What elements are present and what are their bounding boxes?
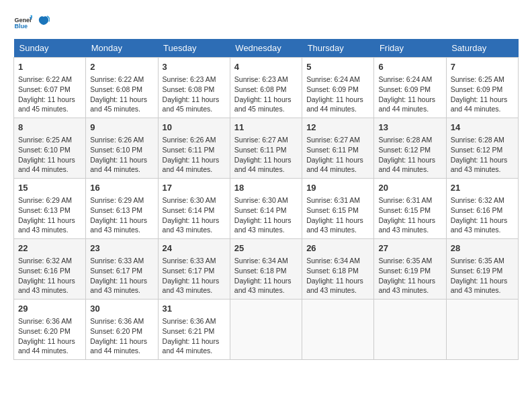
sunrise-text: Sunrise: 6:25 AM	[451, 75, 504, 83]
sunrise-text: Sunrise: 6:36 AM	[90, 317, 144, 325]
day-number: 21	[451, 182, 514, 194]
day-number: 17	[163, 182, 226, 194]
daylight-text: Daylight: 11 hours and 45 minutes.	[18, 95, 75, 113]
sunrise-text: Sunrise: 6:24 AM	[378, 75, 432, 83]
sunset-text: Sunset: 6:11 PM	[306, 146, 359, 154]
page-header: General Blue	[13, 13, 519, 32]
daylight-text: Daylight: 11 hours and 43 minutes.	[234, 216, 292, 234]
calendar-cell: 13Sunrise: 6:28 AMSunset: 6:12 PMDayligh…	[374, 118, 446, 179]
day-number: 10	[163, 122, 226, 134]
day-number: 20	[378, 182, 441, 194]
day-number: 24	[163, 242, 226, 255]
sunrise-text: Sunrise: 6:30 AM	[234, 196, 288, 204]
daylight-text: Daylight: 11 hours and 43 minutes.	[18, 216, 75, 234]
daylight-text: Daylight: 11 hours and 44 minutes.	[378, 95, 435, 113]
sunrise-text: Sunrise: 6:23 AM	[163, 75, 216, 83]
sunset-text: Sunset: 6:20 PM	[18, 327, 71, 335]
sunset-text: Sunset: 6:09 PM	[451, 85, 503, 93]
header-sunday: Sunday	[14, 39, 86, 58]
calendar-cell: 6Sunrise: 6:24 AMSunset: 6:09 PMDaylight…	[374, 58, 446, 118]
day-number: 3	[163, 61, 226, 73]
sunrise-text: Sunrise: 6:27 AM	[306, 136, 360, 144]
sunrise-text: Sunrise: 6:24 AM	[306, 75, 360, 83]
calendar-cell: 15Sunrise: 6:29 AMSunset: 6:13 PMDayligh…	[14, 179, 86, 239]
daylight-text: Daylight: 11 hours and 43 minutes.	[378, 277, 435, 295]
calendar-cell: 5Sunrise: 6:24 AMSunset: 6:09 PMDaylight…	[302, 58, 374, 118]
sunrise-text: Sunrise: 6:32 AM	[451, 196, 504, 204]
sunset-text: Sunset: 6:18 PM	[234, 267, 287, 275]
calendar-week-5: 29Sunrise: 6:36 AMSunset: 6:20 PMDayligh…	[14, 300, 519, 360]
day-number: 28	[451, 242, 514, 255]
daylight-text: Daylight: 11 hours and 44 minutes.	[163, 156, 220, 174]
sunset-text: Sunset: 6:14 PM	[234, 206, 287, 214]
day-number: 14	[451, 122, 514, 134]
calendar-cell: 28Sunrise: 6:35 AMSunset: 6:19 PMDayligh…	[446, 239, 518, 300]
day-number: 4	[234, 61, 298, 73]
calendar-cell: 18Sunrise: 6:30 AMSunset: 6:14 PMDayligh…	[230, 179, 302, 239]
day-number: 18	[234, 182, 298, 194]
calendar-cell: 19Sunrise: 6:31 AMSunset: 6:15 PMDayligh…	[302, 179, 374, 239]
sunrise-text: Sunrise: 6:28 AM	[451, 136, 504, 144]
daylight-text: Daylight: 11 hours and 44 minutes.	[451, 95, 508, 113]
calendar-cell: 31Sunrise: 6:36 AMSunset: 6:21 PMDayligh…	[158, 300, 230, 360]
calendar-week-2: 8Sunrise: 6:25 AMSunset: 6:10 PMDaylight…	[14, 118, 519, 179]
sunset-text: Sunset: 6:18 PM	[306, 267, 359, 275]
calendar-cell: 12Sunrise: 6:27 AMSunset: 6:11 PMDayligh…	[302, 118, 374, 179]
sunrise-text: Sunrise: 6:32 AM	[18, 257, 72, 265]
svg-text:Blue: Blue	[14, 23, 28, 30]
sunset-text: Sunset: 6:10 PM	[18, 146, 71, 154]
header-friday: Friday	[374, 39, 446, 58]
sunset-text: Sunset: 6:13 PM	[90, 206, 142, 214]
calendar-cell: 20Sunrise: 6:31 AMSunset: 6:15 PMDayligh…	[374, 179, 446, 239]
calendar-cell: 27Sunrise: 6:35 AMSunset: 6:19 PMDayligh…	[374, 239, 446, 300]
daylight-text: Daylight: 11 hours and 44 minutes.	[234, 156, 292, 174]
sunset-text: Sunset: 6:13 PM	[18, 206, 71, 214]
calendar-cell	[446, 300, 518, 360]
day-number: 22	[18, 242, 81, 255]
sunset-text: Sunset: 6:08 PM	[234, 85, 287, 93]
daylight-text: Daylight: 11 hours and 45 minutes.	[90, 95, 147, 113]
sunrise-text: Sunrise: 6:36 AM	[18, 317, 72, 325]
sunrise-text: Sunrise: 6:26 AM	[163, 136, 216, 144]
daylight-text: Daylight: 11 hours and 43 minutes.	[306, 216, 363, 234]
logo: General Blue	[13, 13, 50, 32]
day-number: 12	[306, 122, 369, 134]
sunrise-text: Sunrise: 6:29 AM	[90, 196, 144, 204]
calendar-cell: 21Sunrise: 6:32 AMSunset: 6:16 PMDayligh…	[446, 179, 518, 239]
day-number: 5	[306, 61, 369, 73]
daylight-text: Daylight: 11 hours and 43 minutes.	[234, 277, 292, 295]
calendar-cell: 24Sunrise: 6:33 AMSunset: 6:17 PMDayligh…	[158, 239, 230, 300]
sunrise-text: Sunrise: 6:35 AM	[451, 257, 504, 265]
daylight-text: Daylight: 11 hours and 44 minutes.	[306, 156, 363, 174]
calendar-week-1: 1Sunrise: 6:22 AMSunset: 6:07 PMDaylight…	[14, 58, 519, 118]
day-number: 31	[163, 303, 226, 315]
sunrise-text: Sunrise: 6:25 AM	[18, 136, 72, 144]
sunrise-text: Sunrise: 6:36 AM	[163, 317, 216, 325]
sunrise-text: Sunrise: 6:29 AM	[18, 196, 72, 204]
sunrise-text: Sunrise: 6:26 AM	[90, 136, 144, 144]
sunset-text: Sunset: 6:21 PM	[163, 327, 215, 335]
daylight-text: Daylight: 11 hours and 44 minutes.	[90, 337, 147, 355]
sunset-text: Sunset: 6:19 PM	[378, 267, 431, 275]
sunrise-text: Sunrise: 6:28 AM	[378, 136, 432, 144]
calendar-cell: 23Sunrise: 6:33 AMSunset: 6:17 PMDayligh…	[86, 239, 158, 300]
sunset-text: Sunset: 6:10 PM	[90, 146, 142, 154]
day-number: 25	[234, 242, 298, 255]
day-number: 26	[306, 242, 369, 255]
calendar-cell: 4Sunrise: 6:23 AMSunset: 6:08 PMDaylight…	[230, 58, 302, 118]
daylight-text: Daylight: 11 hours and 43 minutes.	[451, 156, 508, 174]
calendar-cell: 8Sunrise: 6:25 AMSunset: 6:10 PMDaylight…	[14, 118, 86, 179]
sunset-text: Sunset: 6:09 PM	[306, 85, 359, 93]
calendar-cell: 2Sunrise: 6:22 AMSunset: 6:08 PMDaylight…	[86, 58, 158, 118]
sunrise-text: Sunrise: 6:35 AM	[378, 257, 432, 265]
calendar-cell: 1Sunrise: 6:22 AMSunset: 6:07 PMDaylight…	[14, 58, 86, 118]
sunset-text: Sunset: 6:09 PM	[378, 85, 431, 93]
daylight-text: Daylight: 11 hours and 44 minutes.	[18, 337, 75, 355]
calendar-cell: 29Sunrise: 6:36 AMSunset: 6:20 PMDayligh…	[14, 300, 86, 360]
calendar-cell: 25Sunrise: 6:34 AMSunset: 6:18 PMDayligh…	[230, 239, 302, 300]
sunset-text: Sunset: 6:08 PM	[90, 85, 142, 93]
day-number: 7	[451, 61, 514, 73]
daylight-text: Daylight: 11 hours and 43 minutes.	[306, 277, 363, 295]
calendar-cell: 11Sunrise: 6:27 AMSunset: 6:11 PMDayligh…	[230, 118, 302, 179]
sunset-text: Sunset: 6:17 PM	[163, 267, 215, 275]
